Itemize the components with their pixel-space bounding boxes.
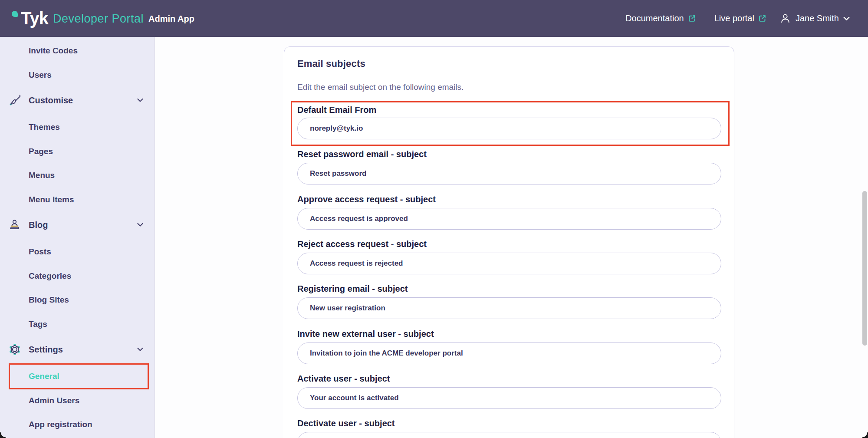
field-group-approve-access-request-subject: Approve access request - subject (297, 194, 721, 230)
app-header: Tyk Developer Portal Admin App Documenta… (0, 0, 868, 37)
field-group-registering-email-subject: Registering email - subject (297, 283, 721, 319)
brush-icon (9, 94, 21, 106)
sidebar-item-tags[interactable]: Tags (0, 313, 155, 336)
field-label: Dectivate user - subject (297, 418, 721, 428)
external-link-icon (758, 14, 766, 23)
gear-icon (9, 343, 21, 356)
activate-user-subject-input[interactable] (297, 387, 721, 409)
sidebar-item-customise[interactable]: Customise (0, 89, 155, 112)
field-label: Invite new external user - subject (297, 329, 721, 339)
sidebar-item-label: Menus (29, 171, 55, 180)
sidebar-item-posts[interactable]: Posts (0, 240, 155, 263)
page-title: Email subjects (297, 58, 365, 70)
sidebar-item-label: General (29, 372, 59, 381)
vertical-scrollbar[interactable] (862, 191, 867, 346)
sidebar-item-label: App registration (29, 420, 92, 429)
chevron-down-icon (137, 223, 143, 227)
person-icon (779, 13, 791, 24)
sidebar-item-app-registration[interactable]: App registration (0, 413, 155, 436)
sidebar-item-pages[interactable]: Pages (0, 140, 155, 163)
brand-logo: Tyk (21, 7, 48, 30)
sidebar-item-menus[interactable]: Menus (0, 164, 155, 187)
sidebar-item-label: Settings (29, 345, 63, 355)
sidebar-item-label: Pages (29, 147, 53, 156)
sidebar-item-label: Blog Sites (29, 295, 69, 305)
user-menu[interactable]: Jane Smith (779, 13, 850, 24)
app-root: Tyk Developer Portal Admin App Documenta… (0, 0, 868, 438)
field-group-activate-user-subject: Activate user - subject (297, 373, 721, 409)
chevron-down-icon (137, 348, 143, 352)
field-label: Activate user - subject (297, 373, 721, 384)
sidebar-item-label: Themes (29, 122, 60, 132)
approve-access-request-subject-input[interactable] (297, 208, 721, 230)
field-label: Registering email - subject (297, 283, 721, 294)
sidebar-item-label: Users (29, 70, 52, 80)
sidebar-item-label: Customise (29, 96, 73, 105)
field-group-dectivate-user-subject: Dectivate user - subject (297, 418, 721, 438)
invite-new-external-user-subject-input[interactable] (297, 342, 721, 364)
live-portal-label: Live portal (714, 13, 754, 23)
dectivate-user-subject-input[interactable] (297, 432, 721, 438)
field-label: Approve access request - subject (297, 194, 721, 204)
blog-icon (9, 219, 21, 231)
header-nav: Documentation Live portal Jane Smith (625, 0, 850, 37)
sidebar-item-label: Admin Users (29, 396, 79, 405)
window-corner (862, 432, 868, 438)
reject-access-request-subject-input[interactable] (297, 253, 721, 274)
field-label: Reject access request - subject (297, 239, 721, 249)
app-name: Admin App (148, 12, 194, 26)
sidebar-item-themes[interactable]: Themes (0, 115, 155, 139)
field-group-reject-access-request-subject: Reject access request - subject (297, 239, 721, 274)
sidebar-item-categories[interactable]: Categories (0, 264, 155, 288)
sidebar-item-label: Categories (29, 271, 71, 281)
sidebar-item-blog-sites[interactable]: Blog Sites (0, 288, 155, 312)
default-email-from-input[interactable] (297, 118, 721, 139)
sidebar-item-label: Blog (29, 220, 48, 230)
window-corner (0, 432, 6, 438)
field-group-reset-password-email-subject: Reset password email - subject (297, 149, 721, 184)
live-portal-link[interactable]: Live portal (714, 13, 766, 23)
sidebar-item-menu-items[interactable]: Menu Items (0, 188, 155, 211)
field-group-invite-new-external-user-subject: Invite new external user - subject (297, 329, 721, 364)
sidebar-item-label: Invite Codes (29, 46, 78, 56)
sidebar-item-users[interactable]: Users (0, 63, 155, 87)
field-label: Reset password email - subject (297, 149, 721, 159)
external-link-icon (688, 14, 696, 23)
field-group-default-email-from: Default Email From (291, 101, 730, 146)
sidebar-item-label: Menu Items (29, 195, 74, 204)
chevron-down-icon (843, 16, 850, 21)
chevron-down-icon (137, 99, 143, 102)
field-label: Default Email From (297, 105, 723, 115)
sidebar-item-general[interactable]: General (0, 365, 155, 388)
registering-email-subject-input[interactable] (297, 297, 721, 319)
documentation-label: Documentation (625, 13, 684, 23)
sidebar-item-label: Posts (29, 247, 51, 257)
tyk-leaf-icon (12, 11, 18, 17)
page-subtitle: Edit the email subject on the following … (297, 82, 464, 92)
reset-password-email-subject-input[interactable] (297, 163, 721, 184)
sidebar-item-invite-codes[interactable]: Invite Codes (0, 39, 155, 63)
product-name: Developer Portal (53, 9, 144, 29)
sidebar-item-settings[interactable]: Settings (0, 338, 155, 361)
sidebar-item-label: Tags (29, 319, 47, 329)
sidebar-item-blog[interactable]: Blog (0, 213, 155, 237)
documentation-link[interactable]: Documentation (625, 13, 696, 23)
sidebar: Invite CodesUsersCustomiseThemesPagesMen… (0, 37, 155, 438)
sidebar-item-admin-users[interactable]: Admin Users (0, 389, 155, 412)
user-name: Jane Smith (796, 13, 839, 23)
